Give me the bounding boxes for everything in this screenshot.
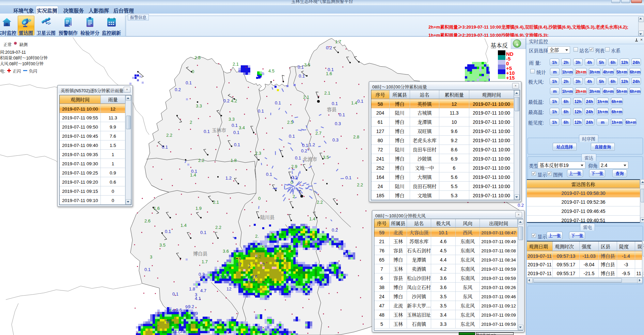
svg-text:博白县: 博白县	[193, 250, 207, 257]
svg-text:4.1: 4.1	[195, 295, 201, 301]
svg-text:0.3: 0.3	[332, 136, 339, 143]
svg-text:1.4: 1.4	[351, 99, 357, 106]
svg-text:3.3: 3.3	[229, 116, 235, 122]
svg-text:2.9: 2.9	[291, 163, 297, 169]
svg-text:11.: 11.	[269, 284, 274, 290]
svg-text:2.3: 2.3	[255, 150, 261, 156]
svg-text:0.1: 0.1	[200, 229, 206, 235]
svg-text:3.3: 3.3	[220, 273, 226, 280]
svg-text:0.1: 0.1	[345, 174, 351, 181]
svg-text:12: 12	[226, 285, 231, 292]
svg-text:2.1: 2.1	[303, 94, 309, 100]
svg-text:0: 0	[192, 68, 194, 74]
svg-text:9.: 9.	[185, 303, 189, 310]
svg-text:0.2: 0.2	[518, 202, 524, 208]
svg-text:3: 3	[262, 261, 265, 267]
svg-text:7: 7	[238, 257, 241, 263]
svg-text:2.5: 2.5	[287, 119, 293, 125]
svg-text:0.1: 0.1	[328, 66, 334, 72]
svg-text:0.1: 0.1	[299, 72, 305, 79]
svg-text:9.6: 9.6	[176, 306, 182, 313]
svg-text:0.3: 0.3	[199, 271, 205, 277]
svg-text:陆川县: 陆川县	[260, 214, 274, 220]
svg-text:北流市: 北流市	[303, 155, 317, 162]
svg-text:3.5: 3.5	[159, 241, 166, 248]
svg-text:0.1: 0.1	[289, 133, 295, 139]
svg-text:2.1: 2.1	[213, 199, 219, 205]
svg-text:5.3: 5.3	[249, 277, 255, 283]
svg-text:0: 0	[258, 195, 261, 201]
svg-text:3: 3	[150, 253, 152, 260]
svg-text:1.8: 1.8	[231, 157, 237, 163]
svg-text:0.1: 0.1	[266, 171, 272, 177]
svg-text:0: 0	[290, 179, 293, 185]
svg-text:3.6: 3.6	[223, 248, 229, 254]
svg-text:0.2: 0.2	[175, 86, 181, 93]
svg-text:0.: 0.	[251, 245, 255, 251]
svg-text:0.1: 0.1	[144, 266, 151, 272]
svg-text:1.7: 1.7	[335, 38, 341, 45]
svg-text:2.7: 2.7	[315, 130, 321, 136]
svg-text:6.9: 6.9	[192, 310, 198, 316]
svg-text:0.3: 0.3	[335, 120, 341, 127]
svg-text:0.1: 0.1	[275, 99, 281, 106]
svg-text:1.9: 1.9	[195, 205, 202, 211]
svg-text:2.2: 2.2	[255, 253, 261, 259]
svg-text:0.2: 0.2	[326, 44, 332, 51]
svg-text:3.3: 3.3	[196, 102, 202, 109]
svg-text:玉林市: 玉林市	[212, 127, 226, 133]
svg-text:3.5: 3.5	[323, 154, 329, 160]
svg-text:0.1: 0.1	[233, 129, 239, 135]
svg-text:10: 10	[166, 318, 170, 324]
svg-text:0.1: 0.1	[232, 122, 238, 128]
svg-text:2.2: 2.2	[198, 157, 204, 163]
svg-text:2.8: 2.8	[353, 133, 359, 140]
svg-text:3.6: 3.6	[304, 61, 310, 68]
svg-text:2.: 2.	[248, 262, 252, 269]
svg-text:2.2: 2.2	[357, 181, 363, 188]
svg-text:0.2: 0.2	[301, 147, 307, 154]
svg-text:0.1: 0.1	[165, 228, 171, 234]
svg-text:0.2: 0.2	[223, 97, 230, 104]
svg-text:1.4: 1.4	[309, 215, 315, 222]
svg-text:0.1: 0.1	[172, 290, 178, 297]
svg-text:3: 3	[227, 272, 230, 279]
svg-text:2.8: 2.8	[194, 54, 201, 61]
svg-text:2: 2	[293, 193, 295, 199]
svg-text:-11.(39: -11.(39	[171, 328, 185, 334]
svg-text:3.4: 3.4	[239, 124, 245, 131]
svg-text:0.1: 0.1	[162, 144, 168, 150]
svg-text:4.5: 4.5	[268, 67, 274, 74]
svg-text:2.: 2.	[255, 233, 259, 239]
svg-text:1.6: 1.6	[154, 205, 160, 211]
svg-text:2.6: 2.6	[144, 217, 151, 224]
svg-text:0.1: 0.1	[295, 154, 301, 161]
svg-text:4.7: 4.7	[200, 287, 206, 294]
svg-text:0.1: 0.1	[339, 111, 345, 118]
svg-text:2.1: 2.1	[233, 61, 239, 67]
svg-text:4.2: 4.2	[231, 97, 237, 104]
svg-text:0.1: 0.1	[357, 98, 363, 104]
svg-text:0.1: 0.1	[258, 107, 264, 114]
svg-text:2.2: 2.2	[166, 132, 172, 138]
svg-text:0.1: 0.1	[276, 257, 282, 264]
svg-text:2.1: 2.1	[324, 89, 330, 96]
svg-text:2.2: 2.2	[215, 224, 221, 230]
svg-text:容县: 容县	[327, 106, 336, 113]
svg-text:1.2: 1.2	[309, 141, 315, 148]
svg-text:4.4: 4.4	[169, 307, 175, 313]
svg-text:1.4: 1.4	[190, 171, 196, 178]
svg-text:0.2: 0.2	[332, 227, 338, 233]
svg-text:0.1: 0.1	[298, 64, 304, 70]
svg-text:1.2: 1.2	[225, 174, 232, 181]
svg-text:0.1: 0.1	[234, 141, 240, 148]
svg-text:2.6: 2.6	[280, 245, 286, 251]
svg-text:1.4: 1.4	[180, 222, 187, 228]
svg-text:1.8: 1.8	[189, 285, 195, 292]
svg-text:1.7: 1.7	[202, 258, 208, 265]
svg-text:0.1: 0.1	[204, 128, 210, 134]
svg-text:0.1: 0.1	[186, 79, 192, 86]
svg-text:2.2: 2.2	[317, 199, 323, 205]
svg-text:2: 2	[190, 119, 192, 125]
